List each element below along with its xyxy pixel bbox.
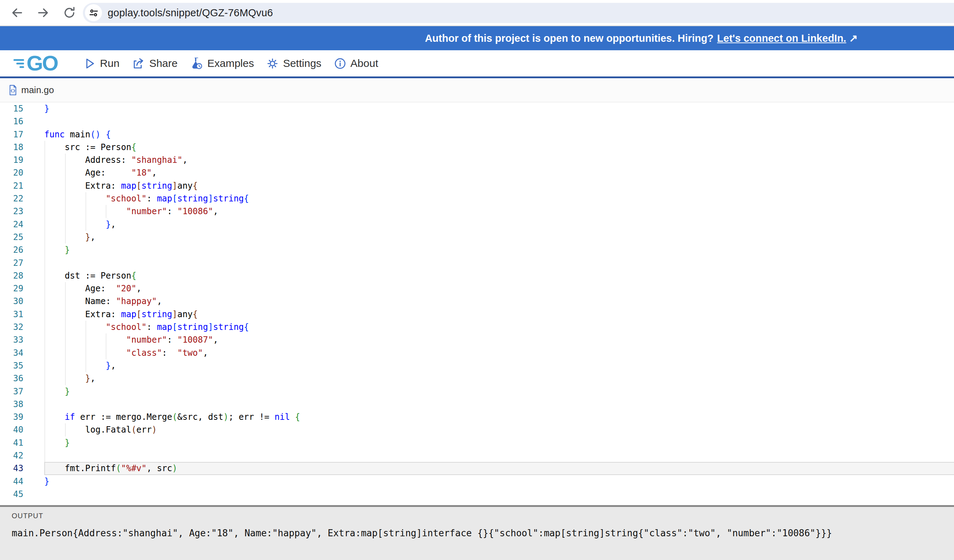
code-line-43[interactable]: 43 fmt.Printf("%#v", src) (0, 462, 954, 475)
code-line-42[interactable]: 42 (0, 449, 954, 462)
code-line-20[interactable]: 20 Age: "18", (0, 166, 954, 179)
code-lines: 15}1617func main() {18 src := Person{19 … (0, 102, 954, 501)
code-line-40[interactable]: 40 log.Fatal(err) (0, 423, 954, 436)
tab-label: main.go (21, 85, 54, 96)
code-text: Extra: map[string]any{ (44, 181, 198, 191)
code-line-22[interactable]: 22 "school": map[string]string{ (0, 192, 954, 205)
indent-guide (45, 257, 45, 269)
forward-arrow-icon (36, 6, 50, 19)
code-text: Age: "20", (44, 283, 142, 294)
code-text: "class": "two", (44, 348, 208, 358)
code-text: "school": map[string]string{ (44, 322, 249, 332)
code-line-29[interactable]: 29 Age: "20", (0, 282, 954, 295)
code-line-37[interactable]: 37 } (0, 385, 954, 398)
code-line-23[interactable]: 23 "number": "10086", (0, 205, 954, 218)
tab-bar: main.go (0, 78, 954, 102)
code-line-39[interactable]: 39 if err := mergo.Merge(&src, dst); err… (0, 411, 954, 423)
code-line-41[interactable]: 41 } (0, 437, 954, 449)
code-text: } (44, 104, 49, 114)
code-line-34[interactable]: 34 "class": "two", (0, 347, 954, 359)
code-line-17[interactable]: 17func main() { (0, 128, 954, 141)
code-line-24[interactable]: 24 }, (0, 218, 954, 231)
app-header: GO Run Share (0, 50, 954, 78)
output-label: OUTPUT (12, 512, 954, 520)
code-line-26[interactable]: 26 } (0, 244, 954, 256)
code-line-44[interactable]: 44} (0, 475, 954, 488)
code-line-30[interactable]: 30 Name: "happay", (0, 295, 954, 308)
back-button[interactable] (10, 6, 24, 20)
code-line-21[interactable]: 21 Extra: map[string]any{ (0, 179, 954, 192)
code-line-38[interactable]: 38 (0, 398, 954, 411)
line-number: 44 (0, 475, 23, 488)
line-number: 30 (0, 295, 23, 308)
go-logo-text: GO (26, 53, 58, 74)
code-text: } (44, 387, 70, 397)
settings-button[interactable]: Settings (267, 58, 321, 69)
tab-main-go[interactable]: main.go (8, 85, 54, 96)
line-number: 35 (0, 359, 23, 372)
share-label: Share (149, 58, 178, 69)
forward-button[interactable] (36, 6, 50, 20)
go-logo[interactable]: GO (14, 53, 58, 74)
line-number: 42 (0, 449, 23, 462)
go-logo-speed-lines (14, 59, 24, 68)
code-line-32[interactable]: 32 "school": map[string]string{ (0, 321, 954, 333)
linkedin-link[interactable]: Let's connect on LinkedIn. (717, 33, 846, 44)
run-icon (84, 58, 95, 69)
code-line-15[interactable]: 15} (0, 102, 954, 115)
line-number: 21 (0, 179, 23, 192)
indent-guide (45, 398, 45, 411)
run-button[interactable]: Run (84, 58, 119, 69)
code-text: }, (44, 219, 116, 229)
code-line-35[interactable]: 35 }, (0, 359, 954, 372)
code-text: "school": map[string]string{ (44, 194, 249, 204)
code-text: }, (44, 232, 96, 242)
line-number: 27 (0, 257, 23, 269)
examples-button[interactable]: Examples (190, 57, 254, 70)
code-text: if err := mergo.Merge(&src, dst); err !=… (44, 412, 300, 422)
code-line-31[interactable]: 31 Extra: map[string]any{ (0, 308, 954, 321)
code-text: log.Fatal(err) (44, 425, 157, 435)
line-number: 31 (0, 308, 23, 321)
code-text: }, (44, 361, 116, 370)
code-text: } (44, 476, 49, 486)
code-line-45[interactable]: 45 (0, 488, 954, 501)
line-number: 38 (0, 398, 23, 411)
page: goplay.tools/snippet/QGZ-76MQvu6 Author … (0, 0, 954, 560)
code-line-27[interactable]: 27 (0, 257, 954, 269)
examples-label: Examples (207, 58, 254, 69)
line-number: 20 (0, 166, 23, 179)
line-number: 43 (0, 462, 23, 475)
settings-gear-icon (267, 58, 278, 69)
settings-label: Settings (283, 58, 321, 69)
line-number: 34 (0, 347, 23, 359)
line-number: 32 (0, 321, 23, 333)
code-text: } (44, 438, 70, 448)
code-text: fmt.Printf("%#v", src) (44, 464, 178, 473)
line-number: 45 (0, 488, 23, 501)
reload-button[interactable] (62, 6, 76, 20)
external-link-icon: ↗ (849, 32, 858, 44)
site-info-button[interactable] (85, 4, 102, 21)
about-button[interactable]: About (334, 58, 378, 69)
code-line-25[interactable]: 25 }, (0, 231, 954, 244)
url-bar[interactable]: goplay.tools/snippet/QGZ-76MQvu6 (83, 3, 954, 23)
browser-toolbar: goplay.tools/snippet/QGZ-76MQvu6 (0, 0, 954, 26)
line-number: 18 (0, 141, 23, 154)
code-text: dst := Person{ (44, 271, 136, 281)
code-text: Age: "18", (44, 168, 157, 178)
code-line-36[interactable]: 36 }, (0, 372, 954, 385)
share-icon (132, 58, 145, 69)
output-panel: OUTPUT main.Person{Address:"shanghai", A… (0, 507, 954, 560)
code-line-19[interactable]: 19 Address: "shanghai", (0, 154, 954, 166)
banner-message: Author of this project is open to new op… (425, 33, 714, 44)
share-button[interactable]: Share (132, 58, 178, 69)
code-line-33[interactable]: 33 "number": "10087", (0, 333, 954, 346)
code-line-28[interactable]: 28 dst := Person{ (0, 269, 954, 282)
line-number: 39 (0, 411, 23, 423)
tune-icon (89, 8, 98, 18)
code-line-18[interactable]: 18 src := Person{ (0, 141, 954, 154)
code-text: Address: "shanghai", (44, 155, 188, 165)
code-line-16[interactable]: 16 (0, 115, 954, 128)
output-text: main.Person{Address:"shanghai", Age:"18"… (12, 528, 954, 538)
